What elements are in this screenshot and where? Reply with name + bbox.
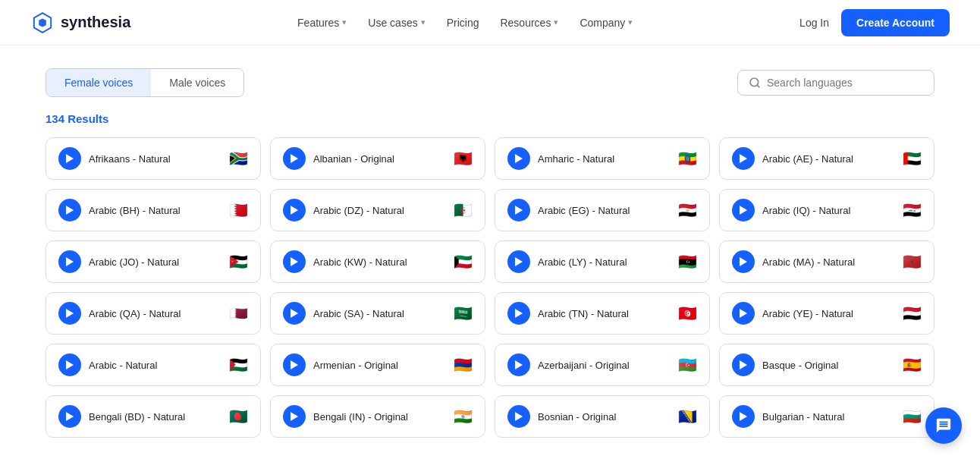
play-button[interactable]	[283, 302, 306, 325]
play-icon	[514, 309, 523, 318]
play-button[interactable]	[732, 302, 755, 325]
play-button[interactable]	[507, 147, 530, 170]
play-button[interactable]	[58, 250, 81, 273]
flag-icon: 🇩🇿	[454, 203, 473, 218]
svg-marker-8	[515, 206, 523, 215]
female-voices-tab[interactable]: Female voices	[46, 69, 151, 96]
play-button[interactable]	[58, 354, 81, 376]
play-button[interactable]	[283, 405, 306, 428]
language-card[interactable]: Bosnian - Original 🇧🇦	[495, 395, 710, 438]
language-card[interactable]: Azerbaijani - Original 🇦🇿	[495, 344, 710, 386]
search-input[interactable]	[767, 77, 923, 89]
lang-name: Arabic (IQ) - Natural	[762, 205, 850, 216]
svg-marker-11	[291, 257, 298, 266]
lang-left: Amharic - Natural	[507, 147, 614, 170]
lang-name: Bulgarian - Natural	[762, 411, 844, 423]
logo-icon	[30, 11, 55, 35]
flag-icon: 🇧🇬	[903, 409, 922, 424]
lang-name: Arabic (YE) - Natural	[762, 308, 853, 319]
play-button[interactable]	[58, 302, 81, 325]
lang-left: Arabic (AE) - Natural	[732, 147, 853, 170]
language-card[interactable]: Arabic (IQ) - Natural 🇮🇶	[719, 189, 934, 231]
nav-pricing[interactable]: Pricing	[447, 17, 479, 29]
flag-icon: 🇲🇦	[903, 254, 922, 269]
play-button[interactable]	[58, 405, 81, 428]
nav-features[interactable]: Features ▾	[297, 17, 347, 29]
logo[interactable]: synthesia	[30, 11, 130, 35]
lang-left: Arabic (EG) - Natural	[507, 199, 630, 222]
play-button[interactable]	[283, 250, 306, 273]
flag-icon: 🇪🇸	[903, 357, 922, 372]
lang-name: Bengali (BD) - Natural	[89, 411, 185, 423]
language-card[interactable]: Arabic (DZ) - Natural 🇩🇿	[270, 189, 485, 231]
flag-icon: 🇵🇸	[229, 357, 248, 372]
play-button[interactable]	[507, 250, 530, 273]
chat-fab-button[interactable]	[925, 407, 962, 444]
logo-text: synthesia	[61, 14, 130, 31]
language-card[interactable]: Arabic (SA) - Natural 🇸🇦	[270, 292, 485, 335]
play-icon	[739, 360, 748, 369]
main-content: Female voices Male voices 134 Results Af…	[0, 46, 980, 460]
navigation: synthesia Features ▾ Use cases ▾ Pricing…	[0, 0, 980, 46]
language-card[interactable]: Arabic (AE) - Natural 🇦🇪	[719, 137, 934, 180]
language-card[interactable]: Arabic (QA) - Natural 🇶🇦	[46, 292, 261, 335]
play-button[interactable]	[507, 302, 530, 325]
play-button[interactable]	[507, 199, 530, 222]
lang-name: Arabic - Natural	[89, 360, 157, 371]
play-button[interactable]	[58, 147, 81, 170]
nav-use-cases[interactable]: Use cases ▾	[368, 17, 425, 29]
search-box	[737, 70, 934, 96]
language-card[interactable]: Arabic (JO) - Natural 🇯🇴	[46, 240, 261, 283]
play-button[interactable]	[732, 250, 755, 273]
language-card[interactable]: Basque - Original 🇪🇸	[719, 344, 934, 386]
svg-marker-10	[66, 257, 74, 266]
flag-icon: 🇱🇾	[678, 254, 697, 269]
play-button[interactable]	[732, 147, 755, 170]
play-button[interactable]	[507, 354, 530, 376]
lang-name: Arabic (KW) - Natural	[313, 256, 407, 268]
play-icon	[514, 360, 523, 369]
play-button[interactable]	[283, 199, 306, 222]
language-card[interactable]: Arabic - Natural 🇵🇸	[46, 344, 261, 386]
nav-resources[interactable]: Resources ▾	[500, 17, 558, 29]
create-account-button[interactable]: Create Account	[841, 9, 950, 36]
svg-marker-16	[515, 309, 523, 318]
flag-icon: 🇪🇬	[678, 203, 697, 218]
play-icon	[65, 154, 74, 163]
language-card[interactable]: Arabic (MA) - Natural 🇲🇦	[719, 240, 934, 283]
language-card[interactable]: Arabic (TN) - Natural 🇹🇳	[495, 292, 710, 335]
language-card[interactable]: Arabic (YE) - Natural 🇾🇪	[719, 292, 934, 335]
play-button[interactable]	[283, 147, 306, 170]
language-card[interactable]: Bengali (BD) - Natural 🇧🇩	[46, 395, 261, 438]
language-card[interactable]: Arabic (EG) - Natural 🇪🇬	[495, 189, 710, 231]
play-button[interactable]	[732, 405, 755, 428]
nav-right: Log In Create Account	[799, 9, 950, 36]
language-card[interactable]: Arabic (LY) - Natural 🇱🇾	[495, 240, 710, 283]
language-card[interactable]: Bulgarian - Natural 🇧🇬	[719, 395, 934, 438]
svg-marker-19	[291, 360, 298, 369]
play-icon	[290, 360, 299, 369]
language-card[interactable]: Bengali (IN) - Original 🇮🇳	[270, 395, 485, 438]
language-card[interactable]: Afrikaans - Natural 🇿🇦	[46, 137, 261, 180]
male-voices-tab[interactable]: Male voices	[151, 69, 243, 96]
language-card[interactable]: Arabic (KW) - Natural 🇰🇼	[270, 240, 485, 283]
play-icon	[514, 154, 523, 163]
play-button[interactable]	[732, 354, 755, 376]
flag-icon: 🇾🇪	[903, 306, 922, 321]
play-button[interactable]	[507, 405, 530, 428]
language-card[interactable]: Arabic (BH) - Natural 🇧🇭	[46, 189, 261, 231]
language-card[interactable]: Armenian - Original 🇦🇲	[270, 344, 485, 386]
login-button[interactable]: Log In	[799, 17, 829, 29]
lang-name: Arabic (TN) - Natural	[538, 308, 629, 319]
svg-marker-5	[740, 154, 747, 163]
play-button[interactable]	[58, 199, 81, 222]
play-button[interactable]	[283, 354, 306, 376]
play-icon	[290, 412, 299, 421]
play-button[interactable]	[732, 199, 755, 222]
lang-name: Arabic (EG) - Natural	[538, 205, 630, 216]
nav-company[interactable]: Company ▾	[580, 17, 633, 29]
language-card[interactable]: Albanian - Original 🇦🇱	[270, 137, 485, 180]
chevron-down-icon: ▾	[421, 17, 426, 27]
language-card[interactable]: Amharic - Natural 🇪🇹	[495, 137, 710, 180]
lang-name: Albanian - Original	[313, 153, 394, 165]
